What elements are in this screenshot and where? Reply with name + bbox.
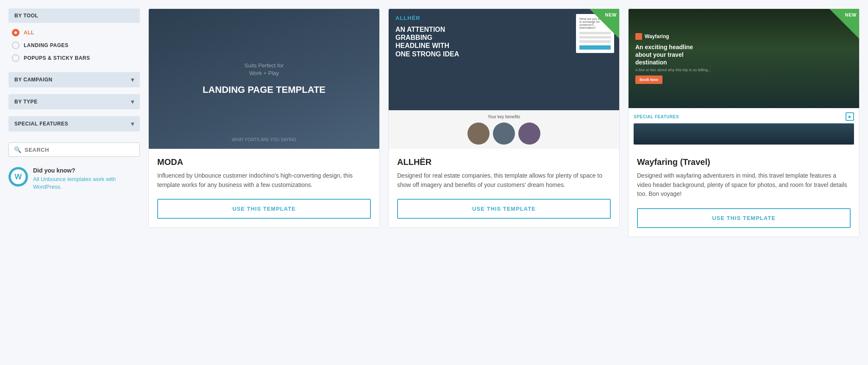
chevron-down-icon: ▾ [131, 98, 134, 105]
by-tool-header: BY TOOL [8, 8, 140, 23]
filter-dropdowns: BY CAMPAIGN ▾ BY TYPE ▾ SPECIAL FEATURES… [8, 72, 140, 135]
by-type-label: BY TYPE [14, 99, 38, 105]
wayfaring-description: Designed with wayfaring adventurers in m… [637, 171, 851, 199]
template-card-allher: ALLHËR AN ATTENTIONGRABBINGHEADLINE WITH… [388, 8, 620, 228]
radio-popups[interactable] [12, 54, 19, 62]
wayfaring-special-features-bar: SPECIAL FEATURES ▶ [634, 112, 854, 121]
allher-bottom: Your key benefits [389, 110, 619, 149]
wayfaring-brand-icon [635, 33, 642, 40]
new-badge-text-wayfaring: NEW [845, 12, 857, 17]
allher-img-3 [518, 123, 540, 145]
moda-suit-text: Suits Perfect forWork + Play [245, 62, 284, 77]
wayfaring-preview: Wayfaring An exciting headlineabout your… [629, 9, 859, 149]
moda-bottom-text: WHAT FONTS ARE YOU SAYING [232, 137, 296, 142]
chevron-down-icon: ▾ [131, 120, 134, 127]
by-campaign-label: BY CAMPAIGN [14, 77, 53, 83]
template-card-wayfaring: Wayfaring An exciting headlineabout your… [628, 8, 860, 237]
wordpress-logo: W [8, 167, 28, 187]
allher-subtext: Your key benefits [488, 114, 520, 119]
filter-all[interactable]: ALL [10, 26, 140, 39]
radio-landing-pages[interactable] [12, 42, 19, 49]
filter-popups-label: POPUPS & STICKY BARS [24, 55, 90, 61]
wayfaring-brand-name: Wayfaring [645, 33, 669, 39]
allher-preview-content: ALLHËR AN ATTENTIONGRABBINGHEADLINE WITH… [389, 9, 619, 149]
wayfaring-img-area: Wayfaring An exciting headlineabout your… [629, 9, 859, 108]
wayfaring-aerial-image [634, 123, 854, 145]
new-badge-text: NEW [605, 12, 617, 17]
allher-images [467, 123, 540, 145]
svg-text:W: W [15, 173, 22, 181]
special-features-dropdown[interactable]: SPECIAL FEATURES ▾ [8, 116, 140, 131]
moda-name: MODA [157, 157, 371, 167]
moda-main-text: LANDING PAGE TEMPLATE [203, 84, 326, 96]
by-campaign-dropdown[interactable]: BY CAMPAIGN ▾ [8, 72, 140, 87]
wayfaring-special-features-label: SPECIAL FEATURES [634, 114, 679, 119]
filter-all-label: ALL [24, 30, 34, 36]
allher-form-btn [579, 45, 611, 50]
sidebar: BY TOOL ALL LANDING PAGES POPUPS & STICK… [8, 8, 140, 357]
wayfaring-headline: An exciting headlineabout your traveldes… [635, 43, 852, 67]
allher-img-1 [467, 123, 490, 145]
filter-popups[interactable]: POPUPS & STICKY BARS [10, 52, 140, 64]
did-you-know-title: Did you know? [33, 167, 140, 174]
allher-name: ALLHËR [397, 157, 611, 167]
wayfaring-name: Wayfaring (Travel) [637, 157, 851, 167]
wayfaring-brand: Wayfaring [635, 33, 852, 40]
allher-img-2 [493, 123, 515, 145]
allher-description: Designed for real estate companies, this… [397, 171, 611, 189]
wayfaring-cta-btn[interactable]: Book Now [635, 75, 662, 84]
use-moda-button[interactable]: USE THIS TEMPLATE [157, 199, 371, 219]
did-you-know-text: Did you know? All Unbounce templates wor… [33, 167, 140, 191]
wayfaring-lower: SPECIAL FEATURES ▶ [629, 108, 859, 149]
allher-info: ALLHËR Designed for real estate companie… [389, 149, 619, 227]
allher-preview: ALLHËR AN ATTENTIONGRABBINGHEADLINE WITH… [389, 9, 619, 149]
template-grid: Suits Perfect forWork + Play LANDING PAG… [148, 8, 860, 357]
allher-field-3 [579, 40, 611, 43]
special-features-label: SPECIAL FEATURES [14, 121, 68, 127]
moda-description: Influenced by Unbounce customer Indochin… [157, 171, 371, 189]
use-wayfaring-button[interactable]: USE THIS TEMPLATE [637, 208, 851, 228]
search-input[interactable] [25, 147, 134, 153]
moda-preview: Suits Perfect forWork + Play LANDING PAG… [149, 9, 379, 149]
allher-top: ALLHËR AN ATTENTIONGRABBINGHEADLINE WITH… [389, 9, 619, 110]
wayfaring-preview-content: Wayfaring An exciting headlineabout your… [629, 9, 859, 149]
wayfaring-subtext: A line or two about why this trip is so … [635, 68, 852, 72]
search-icon: 🔍 [14, 146, 21, 153]
chevron-down-icon: ▾ [131, 76, 134, 83]
did-you-know-body: All Unbounce templates work with WordPre… [33, 176, 140, 191]
use-allher-button[interactable]: USE THIS TEMPLATE [397, 199, 611, 219]
moda-preview-content: Suits Perfect forWork + Play LANDING PAG… [149, 9, 379, 149]
moda-info: MODA Influenced by Unbounce customer Ind… [149, 149, 379, 227]
template-card-moda: Suits Perfect forWork + Play LANDING PAG… [148, 8, 380, 228]
tool-filter-group: ALL LANDING PAGES POPUPS & STICKY BARS [8, 26, 140, 64]
by-type-dropdown[interactable]: BY TYPE ▾ [8, 94, 140, 109]
search-box[interactable]: 🔍 [8, 142, 140, 157]
play-icon[interactable]: ▶ [846, 112, 854, 121]
did-you-know-section: W Did you know? All Unbounce templates w… [8, 167, 140, 191]
radio-all[interactable] [12, 29, 19, 36]
wayfaring-info: Wayfaring (Travel) Designed with wayfari… [629, 149, 859, 237]
filter-landing-pages-label: LANDING PAGES [24, 42, 69, 48]
filter-landing-pages[interactable]: LANDING PAGES [10, 39, 140, 52]
